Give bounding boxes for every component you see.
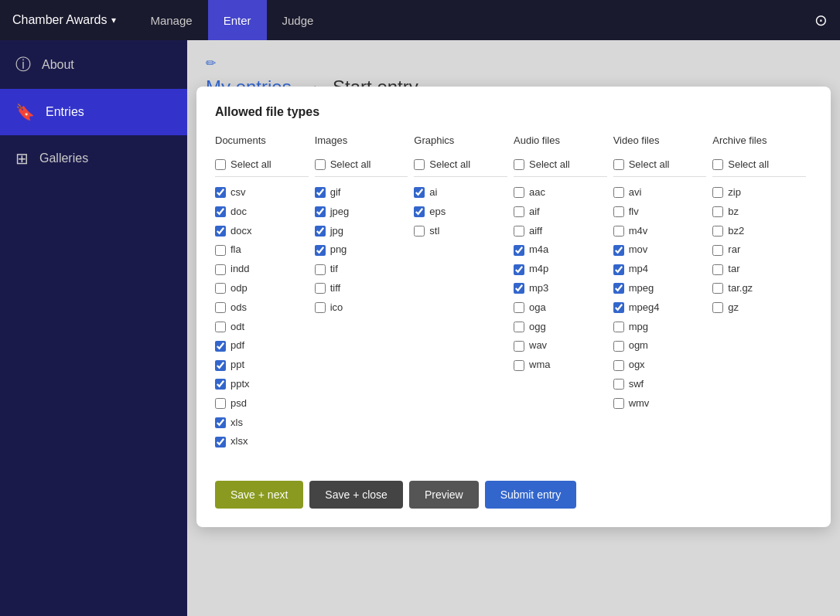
- file-type-checkbox-Video files-mpeg4[interactable]: [613, 302, 624, 313]
- file-type-item[interactable]: ogg: [514, 319, 607, 335]
- file-type-item[interactable]: mp4: [613, 261, 707, 277]
- file-type-checkbox-Video files-mpeg[interactable]: [613, 283, 624, 294]
- file-type-checkbox-Images-tiff[interactable]: [315, 283, 326, 294]
- save-close-button[interactable]: Save + close: [309, 481, 403, 509]
- sidebar-item-entries[interactable]: 🔖 Entries: [0, 89, 187, 135]
- file-type-item[interactable]: pdf: [215, 338, 309, 354]
- file-type-checkbox-Audio files-mp3[interactable]: [514, 283, 524, 294]
- breadcrumb-edit-icon[interactable]: ✏: [206, 56, 821, 70]
- file-type-item[interactable]: xls: [215, 415, 309, 431]
- file-type-checkbox-Video files-flv[interactable]: [613, 206, 624, 217]
- file-type-checkbox-Video files-mpg[interactable]: [613, 322, 624, 332]
- file-type-checkbox-Documents-csv[interactable]: [215, 187, 226, 198]
- select-all-row-0[interactable]: Select all: [215, 158, 309, 177]
- file-type-item[interactable]: wav: [514, 338, 607, 354]
- file-type-item[interactable]: oga: [514, 300, 607, 316]
- select-all-row-3[interactable]: Select all: [514, 158, 607, 177]
- file-type-item[interactable]: odt: [215, 319, 309, 335]
- file-type-checkbox-Archive files-gz[interactable]: [712, 302, 723, 313]
- file-type-checkbox-Images-ico[interactable]: [315, 302, 326, 313]
- submit-button[interactable]: Submit entry: [485, 481, 577, 509]
- file-type-checkbox-Video files-m4v[interactable]: [613, 226, 624, 237]
- file-type-item[interactable]: png: [315, 242, 408, 258]
- file-type-item[interactable]: m4p: [514, 261, 607, 277]
- select-all-row-5[interactable]: Select all: [712, 158, 806, 177]
- file-type-checkbox-Graphics-stl[interactable]: [414, 226, 425, 237]
- file-type-item[interactable]: mov: [613, 242, 707, 258]
- file-type-item[interactable]: mpeg: [613, 281, 707, 297]
- file-type-item[interactable]: tar.gz: [712, 281, 806, 297]
- app-title[interactable]: Chamber Awards ▾: [12, 13, 116, 27]
- user-icon[interactable]: ⊙: [814, 12, 828, 29]
- file-type-item[interactable]: ogm: [613, 338, 707, 354]
- file-type-item[interactable]: stl: [414, 223, 507, 240]
- file-type-checkbox-Documents-xls[interactable]: [215, 417, 226, 428]
- file-type-checkbox-Images-gif[interactable]: [315, 187, 326, 198]
- select-all-checkbox-5[interactable]: [712, 159, 723, 170]
- file-type-checkbox-Documents-psd[interactable]: [215, 398, 226, 409]
- file-type-checkbox-Documents-pdf[interactable]: [215, 341, 226, 352]
- file-type-checkbox-Audio files-aiff[interactable]: [514, 226, 524, 237]
- file-type-checkbox-Documents-odp[interactable]: [215, 283, 226, 294]
- file-type-item[interactable]: odp: [215, 281, 309, 297]
- file-type-item[interactable]: csv: [215, 185, 309, 201]
- file-type-checkbox-Audio files-wav[interactable]: [514, 341, 524, 352]
- file-type-item[interactable]: jpeg: [315, 204, 408, 220]
- file-type-item[interactable]: bz2: [712, 223, 806, 240]
- nav-manage[interactable]: Manage: [135, 0, 207, 40]
- file-type-item[interactable]: mp3: [514, 281, 607, 297]
- file-type-checkbox-Documents-ppt[interactable]: [215, 360, 226, 371]
- file-type-checkbox-Audio files-aif[interactable]: [514, 206, 524, 217]
- sidebar-item-about[interactable]: ⓘ About: [0, 40, 187, 89]
- file-type-checkbox-Audio files-m4p[interactable]: [514, 264, 524, 275]
- file-type-checkbox-Documents-xlsx[interactable]: [215, 437, 226, 448]
- file-type-checkbox-Video files-ogm[interactable]: [613, 341, 624, 352]
- file-type-checkbox-Graphics-ai[interactable]: [414, 187, 425, 198]
- file-type-item[interactable]: aac: [514, 185, 607, 201]
- file-type-checkbox-Video files-avi[interactable]: [613, 187, 624, 198]
- file-type-checkbox-Documents-doc[interactable]: [215, 206, 226, 217]
- select-all-checkbox-1[interactable]: [315, 159, 326, 170]
- file-type-checkbox-Archive files-bz[interactable]: [712, 206, 723, 217]
- file-type-item[interactable]: bz: [712, 204, 806, 220]
- file-type-checkbox-Images-jpeg[interactable]: [315, 206, 326, 217]
- file-type-checkbox-Documents-fla[interactable]: [215, 245, 226, 256]
- file-type-item[interactable]: aiff: [514, 223, 607, 240]
- file-type-item[interactable]: xlsx: [215, 434, 309, 450]
- file-type-checkbox-Graphics-eps[interactable]: [414, 206, 425, 217]
- file-type-item[interactable]: swf: [613, 376, 707, 393]
- file-type-checkbox-Archive files-zip[interactable]: [712, 187, 723, 198]
- file-type-checkbox-Documents-odt[interactable]: [215, 322, 226, 332]
- file-type-item[interactable]: jpg: [315, 223, 408, 240]
- file-type-item[interactable]: doc: [215, 204, 309, 220]
- file-type-item[interactable]: psd: [215, 396, 309, 412]
- file-type-item[interactable]: eps: [414, 204, 507, 220]
- file-type-checkbox-Documents-docx[interactable]: [215, 226, 226, 237]
- file-type-item[interactable]: pptx: [215, 376, 309, 393]
- file-type-item[interactable]: ico: [315, 300, 408, 316]
- select-all-row-1[interactable]: Select all: [315, 158, 408, 177]
- file-type-checkbox-Documents-indd[interactable]: [215, 264, 226, 275]
- file-type-item[interactable]: wma: [514, 357, 607, 373]
- file-type-item[interactable]: zip: [712, 185, 806, 201]
- file-type-item[interactable]: rar: [712, 242, 806, 258]
- file-type-item[interactable]: avi: [613, 185, 707, 201]
- file-type-checkbox-Archive files-tar[interactable]: [712, 264, 723, 275]
- select-all-checkbox-2[interactable]: [414, 159, 425, 170]
- file-type-item[interactable]: wmv: [613, 396, 707, 412]
- file-type-checkbox-Archive files-tar.gz[interactable]: [712, 283, 723, 294]
- file-type-checkbox-Audio files-wma[interactable]: [514, 360, 524, 371]
- file-type-item[interactable]: indd: [215, 261, 309, 277]
- file-type-item[interactable]: tiff: [315, 281, 408, 297]
- file-type-item[interactable]: ai: [414, 185, 507, 201]
- select-all-checkbox-3[interactable]: [514, 159, 524, 170]
- file-type-checkbox-Video files-wmv[interactable]: [613, 398, 624, 409]
- sidebar-item-galleries[interactable]: ⊞ Galleries: [0, 135, 187, 182]
- file-type-checkbox-Documents-pptx[interactable]: [215, 379, 226, 390]
- select-all-row-2[interactable]: Select all: [414, 158, 507, 177]
- file-type-item[interactable]: ppt: [215, 357, 309, 373]
- file-type-checkbox-Video files-ogx[interactable]: [613, 360, 624, 371]
- file-type-item[interactable]: tar: [712, 261, 806, 277]
- select-all-checkbox-4[interactable]: [613, 159, 624, 170]
- file-type-item[interactable]: ogx: [613, 357, 707, 373]
